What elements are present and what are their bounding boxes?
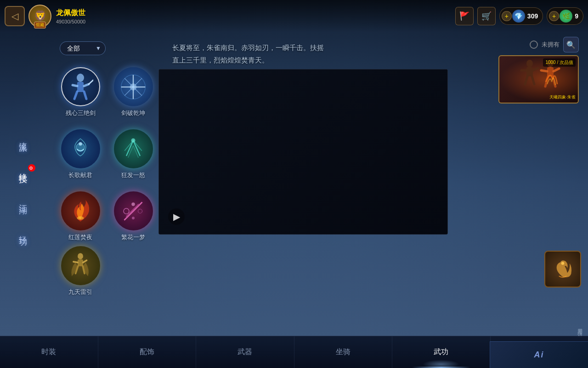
video-preview[interactable]: ▶: [158, 69, 448, 235]
not-owned-label: 未拥有: [542, 40, 560, 49]
skill-icon-3: [114, 129, 153, 168]
svg-rect-1: [77, 82, 84, 92]
tab-wuqi[interactable]: 武器: [196, 336, 294, 368]
tab-peishi[interactable]: 配饰: [98, 336, 197, 368]
video-background: [159, 69, 447, 234]
skill-item-4[interactable]: 红莲焚夜: [55, 184, 106, 244]
currency-block-1: + 💎 309: [499, 7, 543, 25]
svg-line-26: [83, 260, 87, 263]
featured-card-inner: 1000 / 次品值 穿戴 天曦四象·朱雀: [499, 56, 578, 103]
svg-point-20: [138, 209, 142, 213]
right-panel: 未拥有 🔍: [487, 37, 579, 52]
svg-line-34: [532, 76, 534, 84]
skills-grid: 残心三绝剑 剑破乾坤: [55, 60, 158, 299]
tab-zuoji[interactable]: 坐骑: [294, 336, 393, 368]
peripheral-label-container: 周 边: [577, 325, 583, 329]
tab-zuoji-label: 坐骑: [336, 347, 351, 357]
tab-peishi-label: 配饰: [140, 347, 154, 357]
svg-line-2: [73, 85, 77, 86]
svg-point-29: [526, 60, 533, 67]
skill-icon-0: [61, 67, 100, 106]
svg-rect-24: [78, 259, 83, 266]
header-right: 🚩 🛒 + 💎 309 + 🌿 9: [455, 7, 583, 25]
currency-count-1: 309: [527, 12, 538, 20]
main-content: 全部 ▼ 残心三绝剑: [46, 32, 588, 336]
svg-point-0: [77, 74, 84, 82]
sidebar-item-juejin[interactable]: 绝技 ⚙: [17, 167, 28, 170]
svg-point-21: [131, 202, 135, 206]
peripheral-label: 周 边: [577, 325, 583, 329]
skill-figure-svg-1: [119, 73, 147, 101]
skill-item-0[interactable]: 残心三绝剑: [55, 60, 106, 120]
featured-card[interactable]: 1000 / 次品值 穿戴 天曦四象·朱雀: [498, 55, 579, 104]
tab-active-glow: [423, 360, 459, 368]
skill-name-0: 残心三绝剑: [66, 109, 96, 117]
skill-figure-svg-6: [67, 252, 94, 280]
peripheral-icon[interactable]: [544, 251, 581, 288]
back-button[interactable]: ◁: [5, 6, 25, 26]
flag-icon-button[interactable]: 🚩: [455, 7, 474, 25]
currency-icon-2: 🌿: [560, 10, 572, 23]
skill-figure-svg-0: [68, 73, 93, 101]
phoenix-icon: [551, 258, 574, 281]
skill-item-3[interactable]: 狂发一怒: [108, 122, 158, 182]
skill-name-5: 繁花一梦: [121, 233, 145, 242]
skill-figure-svg-4: [67, 197, 94, 225]
skill-name-3: 狂发一怒: [121, 171, 145, 179]
svg-point-12: [130, 83, 137, 90]
filter-bar: 全部 ▼: [60, 41, 106, 55]
tab-shizhuang[interactable]: 时装: [0, 336, 98, 368]
skill-item-1[interactable]: 剑破乾坤: [108, 60, 158, 120]
currency-add-button-1[interactable]: +: [502, 11, 512, 21]
tab-wugong[interactable]: 武功: [392, 336, 491, 368]
svg-point-23: [78, 253, 83, 259]
currency-add-button-2[interactable]: +: [549, 11, 559, 21]
sidebar-badge: ⚙: [28, 164, 35, 172]
svg-point-18: [77, 216, 84, 220]
svg-point-19: [124, 208, 129, 214]
skill-name-2: 长歌献君: [68, 171, 92, 179]
user-exp: 49030/50000: [56, 19, 85, 24]
skill-icon-2: [61, 129, 100, 168]
skill-name-6: 九天雷引: [68, 288, 92, 296]
sidebar: 流派 绝技 ⚙ 江湖 轻功: [0, 32, 46, 336]
ai-badge: Ai: [490, 341, 588, 368]
svg-point-15: [131, 138, 136, 142]
svg-line-32: [533, 68, 538, 70]
svg-line-3: [84, 84, 89, 86]
skill-item-2[interactable]: 长歌献君: [55, 122, 106, 182]
museum-badge: 馆藏: [34, 22, 46, 29]
svg-line-25: [74, 262, 78, 263]
svg-line-5: [84, 92, 86, 99]
sidebar-item-liupai[interactable]: 流派: [17, 135, 28, 139]
sidebar-item-qinggong[interactable]: 轻功: [17, 229, 28, 233]
search-button[interactable]: 🔍: [563, 37, 579, 52]
ai-badge-label: Ai: [534, 350, 544, 360]
tab-shizhuang-label: 时装: [41, 347, 56, 357]
tab-wuqi-label: 武器: [237, 347, 252, 357]
skill-figure-svg-3: [119, 135, 147, 163]
currency-icon-1: 💎: [512, 10, 525, 23]
skill-item-6[interactable]: 九天雷引: [55, 246, 106, 299]
play-button[interactable]: ▶: [168, 208, 185, 225]
tab-wugong-label: 武功: [434, 347, 448, 357]
svg-point-37: [561, 262, 565, 265]
filter-select[interactable]: 全部: [60, 41, 106, 55]
currency-count-2: 9: [575, 12, 578, 20]
not-owned-radio[interactable]: [530, 40, 538, 49]
svg-line-6: [89, 80, 93, 84]
currency-block-2: + 🌿 9: [547, 7, 583, 25]
user-info: 🦁 馆藏 龙佩傲世 49030/50000: [28, 5, 85, 28]
skill-icon-4: [61, 191, 100, 230]
description-text: 长夏将至，朱雀南归。赤羽如刃，一瞬千击。扶摇直上三千里，烈焰煌煌焚青天。: [172, 41, 452, 66]
svg-rect-30: [526, 67, 533, 76]
skill-icon-6: [61, 246, 100, 285]
sidebar-item-jianghu[interactable]: 江湖: [17, 198, 28, 201]
cart-button[interactable]: 🛒: [477, 7, 496, 25]
description-area: 长夏将至，朱雀南归。赤羽如刃，一瞬千击。扶摇直上三千里，烈焰煌煌焚青天。: [165, 37, 459, 71]
user-name: 龙佩傲世: [56, 8, 85, 18]
user-text: 龙佩傲世 49030/50000: [56, 8, 85, 24]
skill-figure-svg-2: [67, 135, 94, 163]
skill-item-5[interactable]: 繁花一梦: [108, 184, 158, 244]
filter-dropdown-wrapper: 全部 ▼: [60, 41, 106, 55]
